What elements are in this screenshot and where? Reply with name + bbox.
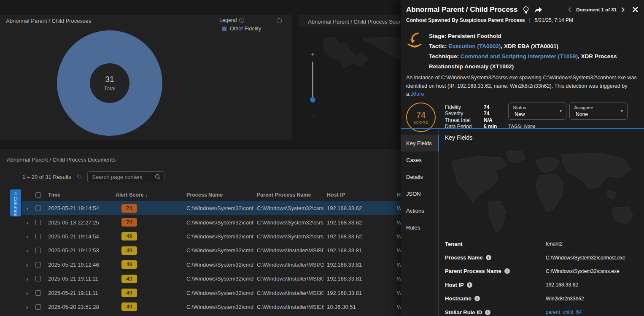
row-checkbox[interactable] (35, 304, 41, 310)
score-label: SCORE (413, 120, 428, 124)
close-icon[interactable] (633, 7, 638, 12)
row-checkbox[interactable] (35, 290, 41, 296)
row-expand-icon[interactable]: › (22, 275, 32, 282)
detail-tabs: Key FieldsCasesDetailsJSONActionsRules (401, 129, 439, 316)
row-time: 2025-05-21 19:14:54 (45, 205, 112, 211)
row-parent-process-name: C:\Windows\Installer\MSI30B2 (253, 275, 323, 282)
field-value: 192.168.33.62 (546, 282, 578, 288)
tactic-link[interactable]: Execution (TA0002) (448, 43, 501, 49)
info-icon[interactable]: i (486, 255, 491, 260)
table-row[interactable]: › 2025-05-13 22:27:25 74 C:\Windows\Syst… (22, 215, 405, 229)
search-icon (155, 174, 161, 180)
row-host-ip: 10.36.30.51 (323, 304, 393, 310)
table-row[interactable]: › 2025-05-21 19:14:54 49 C:\Windows\Syst… (22, 230, 405, 243)
row-expand-icon[interactable]: › (22, 219, 32, 226)
metric-row: Severity 74 (445, 111, 497, 117)
row-expand-icon[interactable]: › (22, 205, 32, 211)
row-checkbox[interactable] (35, 205, 41, 211)
table-grid-icon (13, 192, 18, 194)
row-checkbox[interactable] (35, 220, 41, 225)
field-label: Parent Process Name (445, 268, 501, 274)
zoom-in-button[interactable]: + (309, 51, 316, 58)
technique-link[interactable]: Command and Scripting Interpreter (T1059… (461, 53, 578, 59)
metric-label: Fidelity (445, 104, 484, 111)
subtitle-separator: | (529, 17, 530, 23)
field-label: Process Name (445, 254, 483, 261)
lightbulb-icon[interactable] (523, 6, 529, 14)
detail-tab-details[interactable]: Details (401, 168, 438, 185)
select-all-checkbox[interactable] (35, 192, 41, 198)
row-expand-icon[interactable]: › (22, 290, 32, 296)
zoom-slider-knob[interactable] (310, 97, 315, 103)
info-icon[interactable]: i (467, 282, 472, 288)
field-value: C:\Windows\System32\conhost.exe (546, 255, 625, 261)
info-icon[interactable]: i (504, 268, 510, 274)
legend-expand-icon[interactable]: › (239, 18, 244, 23)
row-checkbox[interactable] (35, 234, 41, 239)
alert-score-badge: 49 (121, 275, 137, 283)
row-expand-icon[interactable]: › (22, 262, 32, 268)
next-document-icon[interactable] (621, 7, 625, 12)
info-icon[interactable]: i (485, 310, 490, 315)
field-value: tenant2 (546, 241, 563, 247)
donut-chart[interactable]: 31 Total (57, 30, 162, 136)
row-process-name: C:\Windows\System32\cmd.e (183, 247, 253, 254)
refresh-icon[interactable]: ↻ (77, 173, 82, 181)
share-icon[interactable] (534, 6, 542, 13)
table-row[interactable]: › 2025-05-21 19:12:46 49 C:\Windows\Syst… (22, 258, 405, 272)
zoom-out-button[interactable]: − (309, 112, 316, 119)
row-expand-icon[interactable]: › (22, 247, 32, 254)
row-process-name: C:\Windows\System32\cmd.e (183, 290, 253, 296)
row-time: 2025-05-13 22:27:25 (45, 219, 112, 226)
row-process-name: C:\Windows\System32\conho (183, 233, 253, 240)
map-zoom-control: + − (309, 51, 316, 119)
detail-tab-cases[interactable]: Cases (401, 151, 438, 168)
table-row[interactable]: › 2025-05-20 23:51:28 49 C:\Windows\Syst… (22, 300, 405, 314)
row-checkbox[interactable] (35, 276, 41, 281)
technique-line: Technique: Command and Scripting Interpr… (429, 51, 634, 72)
row-checkbox[interactable] (35, 248, 41, 253)
status-dropdown[interactable]: Status New ▼ (508, 103, 566, 120)
search-box[interactable] (87, 171, 164, 182)
table-row[interactable]: › 2025-05-21 19:12:53 49 C:\Windows\Syst… (22, 243, 405, 257)
alert-timestamp: 5/21/25, 7:14 PM (535, 17, 573, 23)
row-expand-icon[interactable]: › (22, 233, 32, 240)
legend-item[interactable]: Other Fidelity (222, 26, 261, 32)
alert-score-badge: 74 (121, 218, 137, 227)
status-value: New (513, 111, 562, 117)
col-header-alert-score[interactable]: Alert Score↓ (112, 192, 183, 198)
detail-tab-rules[interactable]: Rules (401, 219, 438, 236)
assignee-dropdown[interactable]: Assignee None ▼ (569, 103, 628, 120)
sort-down-icon: ↓ (145, 192, 148, 198)
metric-value: N/A (484, 117, 493, 124)
table-row[interactable]: › 2025-05-21 19:14:54 74 C:\Windows\Syst… (22, 201, 405, 215)
metric-value: 74 (484, 111, 489, 117)
tags-row: TAGS: None (508, 124, 628, 129)
table-row[interactable]: › 2025-05-21 19:11:11 49 C:\Windows\Syst… (22, 272, 405, 286)
info-icon[interactable]: i (474, 296, 480, 301)
zoom-slider-track[interactable] (312, 62, 313, 102)
panel-option-circle[interactable] (277, 18, 282, 23)
chevron-down-icon: ▼ (559, 109, 562, 113)
score-ring: 74 SCORE (406, 103, 436, 132)
key-field-row: Stellar Rule IDi parent_child_64 (445, 305, 641, 316)
table-body: › 2025-05-21 19:14:54 74 C:\Windows\Syst… (22, 201, 405, 314)
prev-document-icon[interactable] (568, 7, 571, 12)
content-title: Key Fields (445, 134, 472, 141)
detail-tab-key-fields[interactable]: Key Fields (401, 135, 438, 151)
col-header-time[interactable]: Time (45, 192, 112, 198)
columns-tab[interactable]: Columns (10, 189, 21, 216)
col-header-host-ip[interactable]: Host IP (323, 192, 393, 198)
map-panel-title: Abnormal Parent / Child Process Sources (308, 19, 409, 25)
col-header-parent-process-name[interactable]: Parent Process Name (253, 192, 323, 198)
search-input[interactable] (91, 173, 155, 181)
table-row[interactable]: › 2025-05-21 19:11:11 49 C:\Windows\Syst… (22, 286, 405, 300)
row-expand-icon[interactable]: › (22, 304, 32, 310)
row-checkbox[interactable] (35, 262, 41, 267)
metric-value: 74 (484, 104, 489, 111)
alert-score-badge: 49 (121, 232, 137, 240)
detail-tab-actions[interactable]: Actions (401, 202, 438, 219)
more-link[interactable]: More (412, 91, 424, 97)
col-header-process-name[interactable]: Process Name (183, 192, 253, 198)
detail-tab-json[interactable]: JSON (401, 185, 438, 202)
